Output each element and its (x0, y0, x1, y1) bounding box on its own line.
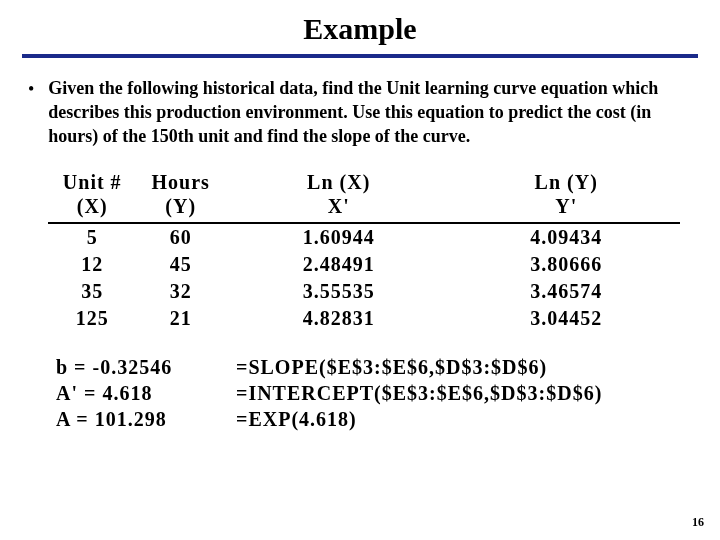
calc-values: b = -0.32546 A' = 4.618 A = 101.298 (56, 354, 236, 432)
formula-slope: =SLOPE($E$3:$E$6,$D$3:$D$6) (236, 354, 680, 380)
header-hours: Hours (Y) (136, 168, 224, 223)
header-lny: Ln (Y) Y' (452, 168, 680, 223)
calc-formulas: =SLOPE($E$3:$E$6,$D$3:$D$6) =INTERCEPT($… (236, 354, 680, 432)
table-row: 5 60 1.60944 4.09434 (48, 223, 680, 251)
page-title: Example (0, 0, 720, 54)
calc-b: b = -0.32546 (56, 354, 236, 380)
cell-y: 32 (136, 278, 224, 305)
bullet-marker: • (28, 76, 48, 100)
header-unit: Unit # (X) (48, 168, 136, 223)
table-row: 12 45 2.48491 3.80666 (48, 251, 680, 278)
calc-a: A = 101.298 (56, 406, 236, 432)
cell-lnx: 1.60944 (225, 223, 453, 251)
header-hours-l2: (Y) (165, 195, 196, 217)
calc-aprime: A' = 4.618 (56, 380, 236, 406)
table-row: 35 32 3.55535 3.46574 (48, 278, 680, 305)
cell-x: 125 (48, 305, 136, 332)
title-separator (22, 54, 698, 58)
cell-lny: 3.46574 (452, 278, 680, 305)
cell-lny: 4.09434 (452, 223, 680, 251)
bullet-row: • Given the following historical data, f… (0, 76, 720, 162)
cell-x: 35 (48, 278, 136, 305)
cell-lnx: 4.82831 (225, 305, 453, 332)
header-lnx-l2: X' (328, 195, 350, 217)
formula-exp: =EXP(4.618) (236, 406, 680, 432)
cell-x: 12 (48, 251, 136, 278)
cell-lnx: 2.48491 (225, 251, 453, 278)
cell-lny: 3.80666 (452, 251, 680, 278)
header-lny-l1: Ln (Y) (535, 171, 598, 193)
cell-x: 5 (48, 223, 136, 251)
data-table: Unit # (X) Hours (Y) Ln (X) X' Ln (Y) Y' (48, 168, 680, 332)
header-hours-l1: Hours (152, 171, 210, 193)
cell-lny: 3.04452 (452, 305, 680, 332)
header-unit-l1: Unit # (63, 171, 122, 193)
header-unit-l2: (X) (77, 195, 108, 217)
header-lnx: Ln (X) X' (225, 168, 453, 223)
cell-lnx: 3.55535 (225, 278, 453, 305)
header-lny-l2: Y' (555, 195, 577, 217)
data-table-area: Unit # (X) Hours (Y) Ln (X) X' Ln (Y) Y' (0, 162, 720, 332)
calculations: b = -0.32546 A' = 4.618 A = 101.298 =SLO… (0, 332, 720, 432)
page-number: 16 (692, 515, 704, 530)
formula-intercept: =INTERCEPT($E$3:$E$6,$D$3:$D$6) (236, 380, 680, 406)
table-row: 125 21 4.82831 3.04452 (48, 305, 680, 332)
cell-y: 45 (136, 251, 224, 278)
cell-y: 21 (136, 305, 224, 332)
header-lnx-l1: Ln (X) (307, 171, 370, 193)
bullet-text: Given the following historical data, fin… (48, 76, 692, 148)
cell-y: 60 (136, 223, 224, 251)
